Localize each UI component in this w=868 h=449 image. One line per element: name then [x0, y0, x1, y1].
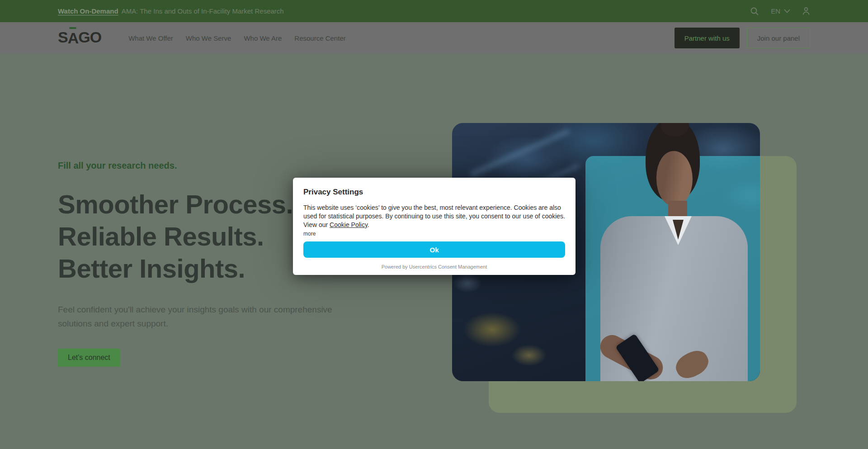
chevron-down-icon [784, 9, 790, 13]
announcement-text: Watch On-Demand AMA: The Ins and Outs of… [58, 7, 284, 15]
nav-who-we-serve[interactable]: Who We Serve [186, 32, 231, 45]
site-header: S A G O What We Offer Who We Serve Who W… [0, 22, 868, 54]
sago-logo[interactable]: S A G O [58, 29, 101, 47]
logo-letter: S [58, 29, 68, 45]
privacy-body-text-end: . [368, 221, 369, 228]
lets-connect-button[interactable]: Let's connect [58, 349, 120, 367]
ok-button[interactable]: Ok [303, 241, 565, 258]
powered-by-label: Powered by Usercentrics Consent Manageme… [303, 264, 565, 269]
announcement-message: AMA: The Ins and Outs of In-Facility Mar… [122, 7, 284, 15]
join-our-panel-button[interactable]: Join our panel [747, 28, 810, 48]
more-button[interactable]: more [303, 231, 316, 237]
logo-letter: G [78, 29, 90, 45]
announcement-actions: EN [750, 7, 810, 16]
language-selector[interactable]: EN [771, 7, 790, 15]
logo-macron-accent [70, 27, 76, 29]
privacy-settings-dialog: Privacy Settings This website uses ‘cook… [293, 178, 576, 275]
partner-with-us-button[interactable]: Partner with us [675, 28, 740, 48]
hero-eyebrow: Fill all your research needs. [58, 161, 347, 171]
nav-who-we-are[interactable]: Who We Are [244, 32, 282, 45]
header-actions: Partner with us Join our panel [675, 28, 810, 48]
announcement-bar: Watch On-Demand AMA: The Ins and Outs of… [0, 0, 868, 22]
search-icon[interactable] [750, 7, 759, 16]
watch-on-demand-link[interactable]: Watch On-Demand [58, 7, 118, 15]
account-icon[interactable] [802, 7, 810, 15]
nav-resource-center[interactable]: Resource Center [294, 32, 345, 45]
hero-paragraph: Feel confident you'll achieve your insig… [58, 302, 344, 331]
logo-letter: A [68, 29, 79, 47]
nav-what-we-offer[interactable]: What We Offer [128, 32, 173, 45]
cookie-policy-link[interactable]: Cookie Policy [330, 221, 368, 228]
figure-face [656, 151, 693, 206]
logo-letter: O [90, 29, 101, 45]
privacy-dialog-title: Privacy Settings [303, 188, 565, 197]
main-nav: What We Offer Who We Serve Who We Are Re… [128, 32, 346, 45]
language-label: EN [771, 7, 780, 15]
privacy-dialog-body: This website uses ‘cookies’ to give you … [303, 203, 565, 229]
